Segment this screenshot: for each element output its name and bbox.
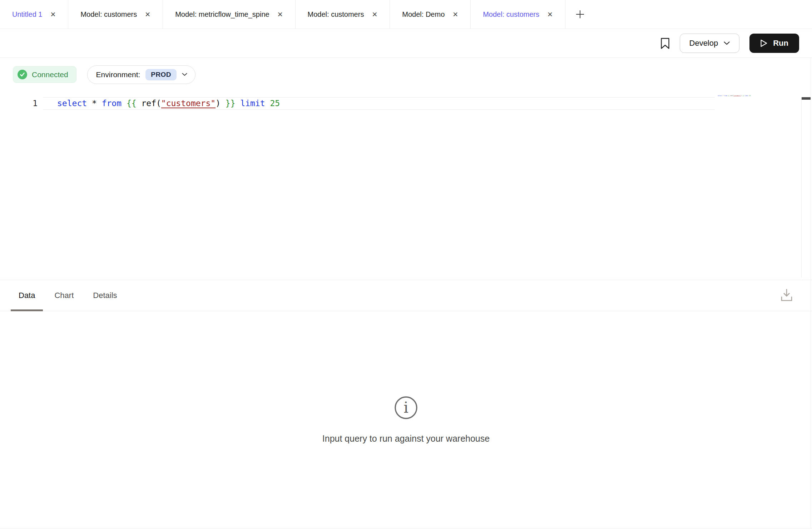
tab-untitled-1[interactable]: Untitled 1 ✕ bbox=[0, 0, 68, 29]
code-text[interactable]: select * from {{ ref("customers") }} lim… bbox=[43, 97, 715, 110]
check-circle-icon bbox=[18, 70, 27, 79]
tab-model-customers-1[interactable]: Model: customers ✕ bbox=[68, 0, 163, 29]
info-icon: i bbox=[394, 396, 418, 420]
tab-label: Model: customers bbox=[308, 10, 364, 19]
tab-label: Model: Demo bbox=[402, 10, 445, 19]
connected-status-badge: Connected bbox=[13, 66, 76, 83]
tab-model-metricflow-time-spine[interactable]: Model: metricflow_time_spine ✕ bbox=[163, 0, 295, 29]
editor-toolbar: Develop Run bbox=[0, 29, 812, 58]
code-token-ref-link[interactable]: "customers" bbox=[161, 99, 216, 109]
code-token: {{ bbox=[127, 99, 142, 109]
code-token: select bbox=[57, 99, 92, 109]
close-icon[interactable]: ✕ bbox=[547, 10, 553, 18]
play-icon bbox=[760, 39, 768, 47]
bookmark-button[interactable] bbox=[660, 38, 670, 49]
environment-value-badge: PROD bbox=[145, 69, 177, 80]
tab-chart[interactable]: Chart bbox=[46, 280, 81, 311]
tab-data-label: Data bbox=[19, 291, 35, 300]
editor-tab-bar: Untitled 1 ✕ Model: customers ✕ Model: m… bbox=[0, 0, 812, 29]
code-token: }} bbox=[226, 99, 241, 109]
code-token: from bbox=[102, 99, 127, 109]
tab-chart-label: Chart bbox=[54, 291, 74, 300]
svg-text:i: i bbox=[403, 399, 408, 416]
develop-label: Develop bbox=[689, 39, 718, 48]
download-icon bbox=[780, 288, 793, 303]
plus-icon bbox=[575, 10, 585, 19]
bottom-strip bbox=[0, 528, 812, 531]
close-icon[interactable]: ✕ bbox=[50, 10, 56, 18]
connection-status-bar: Connected Environment: PROD bbox=[0, 58, 812, 91]
chevron-down-icon bbox=[182, 73, 187, 76]
code-line-1[interactable]: 1 select * from {{ ref("customers") }} l… bbox=[0, 97, 715, 110]
new-tab-button[interactable] bbox=[565, 0, 595, 29]
code-token: ) bbox=[216, 99, 226, 109]
results-panel-tab-bar: Data Chart Details bbox=[0, 280, 812, 311]
close-icon[interactable]: ✕ bbox=[372, 10, 377, 18]
tab-label: Model: metricflow_time_spine bbox=[175, 10, 269, 19]
tab-label: Model: customers bbox=[483, 10, 539, 19]
close-icon[interactable]: ✕ bbox=[452, 10, 458, 18]
environment-label: Environment: bbox=[96, 70, 140, 79]
run-button[interactable]: Run bbox=[749, 34, 799, 53]
close-icon[interactable]: ✕ bbox=[277, 10, 283, 18]
tab-data[interactable]: Data bbox=[11, 280, 43, 311]
tab-label: Untitled 1 bbox=[12, 10, 43, 19]
bookmark-icon bbox=[660, 38, 670, 49]
pane-right-edge bbox=[811, 58, 811, 528]
empty-state-message: Input query to run against your warehous… bbox=[322, 433, 490, 444]
ide-window: Untitled 1 ✕ Model: customers ✕ Model: m… bbox=[0, 0, 812, 531]
line-number: 1 bbox=[0, 97, 43, 110]
editor-minimap: select * from {{ ref("customers") }} lim… bbox=[718, 95, 751, 96]
run-label: Run bbox=[773, 39, 788, 48]
connected-label: Connected bbox=[32, 70, 68, 79]
tab-model-customers-2[interactable]: Model: customers ✕ bbox=[296, 0, 390, 29]
code-token: 25 bbox=[270, 99, 280, 109]
chevron-down-icon bbox=[724, 41, 730, 45]
code-token: limit bbox=[240, 99, 270, 109]
editor-scrollbar-thumb[interactable] bbox=[802, 97, 811, 100]
tab-details[interactable]: Details bbox=[85, 280, 125, 311]
tab-model-customers-3[interactable]: Model: customers ✕ bbox=[471, 0, 565, 29]
environment-selector[interactable]: Environment: PROD bbox=[87, 65, 195, 84]
download-results-button[interactable] bbox=[780, 280, 793, 311]
close-icon[interactable]: ✕ bbox=[145, 10, 150, 18]
tab-label: Model: customers bbox=[80, 10, 137, 19]
results-empty-state: i Input query to run against your wareho… bbox=[0, 311, 812, 528]
code-token: * bbox=[92, 99, 102, 109]
tab-details-label: Details bbox=[93, 291, 117, 300]
editor-scrollbar-track[interactable] bbox=[801, 97, 811, 278]
tab-model-demo[interactable]: Model: Demo ✕ bbox=[390, 0, 471, 29]
sql-editor[interactable]: 1 select * from {{ ref("customers") }} l… bbox=[0, 91, 812, 280]
code-token: ref( bbox=[141, 99, 161, 109]
develop-dropdown-button[interactable]: Develop bbox=[680, 34, 740, 53]
